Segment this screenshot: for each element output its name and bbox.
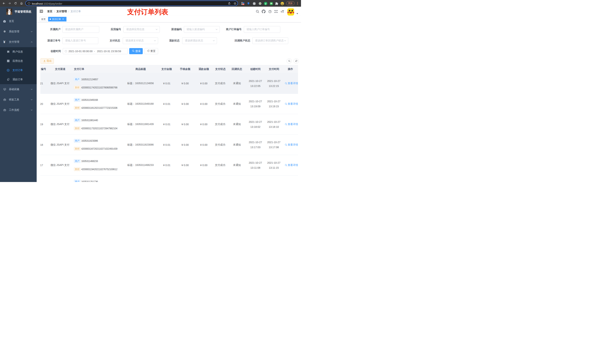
svg-text:y: y <box>265 2 266 5</box>
svg-text:¥: ¥ <box>8 69 9 71</box>
svg-text:10: 10 <box>243 3 244 5</box>
